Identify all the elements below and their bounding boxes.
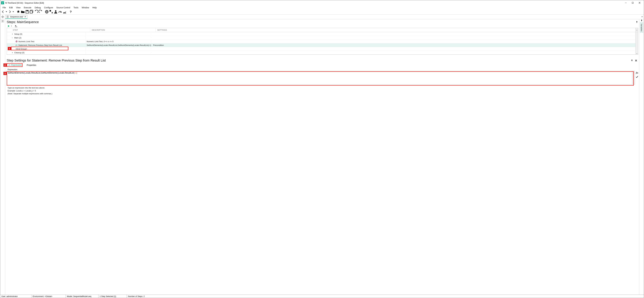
svg-rect-4: [26, 10, 28, 11]
step-into-icon[interactable]: [15, 25, 18, 27]
run-dropdown-icon[interactable]: [11, 26, 12, 27]
callout-3: 3: [4, 72, 7, 75]
editor-body: Steps: MainSequence STEP: [0, 19, 644, 294]
expression-input[interactable]: SetNumElements(Locals.ResultList,GetNumE…: [7, 71, 635, 84]
tab-overflow-icon[interactable]: [640, 16, 644, 18]
svg-point-9: [55, 10, 56, 12]
document-tab[interactable]: Sequence.seq* ✕: [5, 15, 28, 19]
menu-source-control[interactable]: Source Control: [55, 6, 72, 10]
nav-fwd-dropdown[interactable]: [12, 10, 14, 14]
expression-browse-icon[interactable]: ƒx: [636, 72, 638, 74]
fx-icon: ƒx: [16, 44, 18, 46]
column-settings[interactable]: SETTINGS: [156, 28, 635, 32]
menubar: File Edit View Execute Debug Configure S…: [0, 6, 644, 10]
step-label: Statement: Remove Previous Step from Res…: [18, 44, 62, 46]
scroll-up-icon[interactable]: [635, 28, 638, 32]
nav-back-dropdown[interactable]: [6, 10, 7, 14]
menu-edit[interactable]: Edit: [8, 6, 14, 10]
step-row-end-group[interactable]: <End Group>: [7, 47, 635, 51]
expand-icon[interactable]: +: [11, 52, 14, 54]
help-icon[interactable]: ?: [69, 10, 73, 14]
close-panel-icon[interactable]: [635, 60, 637, 62]
document-tab-label: Sequence.seq*: [10, 16, 23, 18]
step-row-numeric-limit[interactable]: Numeric Limit Test Numeric Limit Test, 0…: [7, 40, 635, 43]
svg-rect-8: [50, 10, 51, 12]
variables-tab[interactable]: Variables: [640, 22, 643, 32]
svg-text:?: ?: [70, 10, 72, 14]
menu-file[interactable]: File: [1, 6, 8, 10]
expr-token: Locals.ResultList: [25, 72, 40, 74]
expression-scrollbar[interactable]: [632, 71, 635, 84]
status-selection: 1 Step Selected [1]: [98, 295, 127, 298]
step-label: <End Group>: [16, 48, 27, 50]
menu-debug[interactable]: Debug: [33, 6, 42, 10]
pin-icon[interactable]: [636, 21, 638, 23]
svg-line-10: [60, 12, 61, 13]
hint-line: Type an expression into the text box abo…: [8, 86, 638, 89]
svg-rect-16: [2, 17, 3, 18]
status-step-count: Number of Steps: 2: [127, 295, 644, 298]
document-tab-close-icon[interactable]: ✕: [24, 16, 26, 18]
open-button[interactable]: [21, 10, 25, 14]
save-button[interactable]: [25, 10, 29, 14]
step-settings-panel: Step Settings for Statement: Remove Prev…: [7, 58, 639, 96]
maximize-button[interactable]: [629, 0, 636, 5]
panel-columns-icon[interactable]: [1, 20, 4, 22]
pin-icon[interactable]: [640, 20, 643, 22]
svg-rect-15: [3, 16, 4, 17]
globe-icon[interactable]: [45, 10, 49, 14]
expression-hint: Type an expression into the text box abo…: [7, 84, 638, 96]
column-description[interactable]: DESCRIPTION: [90, 28, 156, 32]
shapes-icon[interactable]: [49, 10, 53, 14]
close-button[interactable]: [636, 0, 643, 5]
step-row-main[interactable]: –Main (2): [7, 36, 635, 40]
step-row-statement[interactable]: ƒx Statement: Remove Previous Step from …: [7, 43, 635, 47]
numeric-test-icon: [16, 40, 18, 42]
svg-rect-22: [3, 20, 4, 22]
collapse-icon[interactable]: –: [11, 37, 14, 39]
steps-panel-title: Steps: MainSequence: [7, 20, 39, 24]
check-expression-icon[interactable]: [636, 76, 638, 78]
nav-fwd-button[interactable]: [8, 10, 12, 14]
menu-help[interactable]: Help: [91, 6, 98, 10]
pin-icon[interactable]: [631, 60, 633, 62]
menu-window[interactable]: Window: [80, 6, 90, 10]
svg-rect-13: [2, 16, 3, 16]
menu-execute[interactable]: Execute: [22, 6, 33, 10]
undo-button[interactable]: [34, 10, 38, 14]
redo-button[interactable]: [39, 10, 42, 14]
expression-label: Expression:: [7, 67, 638, 71]
fx-icon: ƒx: [8, 64, 10, 66]
new-button[interactable]: [16, 10, 20, 14]
menu-configure[interactable]: Configure: [42, 6, 55, 10]
tab-expression[interactable]: ƒx Expression: [8, 63, 22, 67]
expand-icon[interactable]: +: [11, 33, 14, 35]
report-icon[interactable]: [63, 10, 66, 14]
save-all-button[interactable]: [30, 10, 34, 14]
tab-properties[interactable]: Properties: [26, 64, 37, 67]
hint-line: (Note: Separate multiple expressions wit…: [8, 92, 638, 95]
run-button[interactable]: [8, 25, 10, 27]
nav-back-button[interactable]: [1, 10, 5, 14]
step-row-setup[interactable]: +Setup (0): [7, 32, 635, 36]
scroll-down-icon[interactable]: [635, 32, 638, 54]
step-row-cleanup[interactable]: +Cleanup (0): [7, 51, 635, 54]
svg-line-26: [16, 41, 17, 42]
app-icon: [1, 1, 4, 4]
gauge-icon[interactable]: [58, 10, 62, 14]
step-label: Main (2): [14, 37, 22, 39]
minimize-button[interactable]: [622, 0, 629, 5]
hint-line: Example: Locals.x = Locals.y + 5: [8, 89, 638, 92]
step-description: SetNumElements(Locals.ResultList,GetNumE…: [86, 44, 152, 47]
dock-layout-icon[interactable]: [0, 14, 5, 19]
document-tab-row: Sequence.seq* ✕: [0, 14, 644, 19]
svg-rect-21: [1, 20, 2, 22]
sequence-file-icon: [6, 16, 9, 18]
expr-token: Locals.ResultList: [58, 72, 74, 74]
menu-tools[interactable]: Tools: [72, 6, 80, 10]
column-step[interactable]: STEP: [11, 28, 90, 32]
titlebar: NI TestStand (64-bit) - Sequence Editor …: [0, 0, 644, 6]
user-icon[interactable]: [54, 10, 58, 14]
step-label: Numeric Limit Test: [18, 40, 34, 42]
menu-view[interactable]: View: [14, 6, 22, 10]
